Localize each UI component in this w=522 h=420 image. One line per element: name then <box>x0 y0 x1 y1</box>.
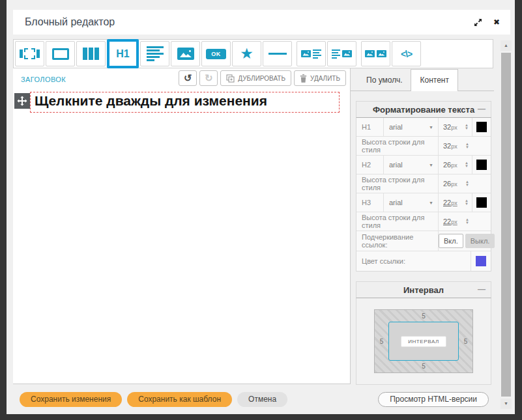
underline-links-label: Подчеркивание ссылок: <box>356 231 439 251</box>
block-type-label: ЗАГОЛОВОК <box>21 76 66 83</box>
text-lines-icon <box>147 46 164 61</box>
block-section-icon <box>20 48 40 59</box>
h3-style-row: H3 arial▼ 22px ▲▼ <box>356 193 491 212</box>
toolbar-heading-h1[interactable]: H1 <box>107 39 139 68</box>
h2-style-row: H2 arial▼ 26px ▲▼ <box>356 156 491 175</box>
chevron-down-icon: ▼ <box>429 201 433 205</box>
h1-tag-label: H1 <box>356 118 384 136</box>
html-code-icon: <\> <box>401 49 412 59</box>
chevron-down-icon: ▼ <box>429 125 433 130</box>
h1-color-cell <box>472 118 491 136</box>
collapse-icon[interactable]: — <box>478 285 486 294</box>
margin-bottom-value[interactable]: 5 <box>375 361 472 372</box>
link-color-label: Цвет ссылки: <box>356 251 471 271</box>
h2-color-swatch[interactable] <box>476 160 487 170</box>
collapse-icon[interactable]: — <box>478 104 486 113</box>
tab-default[interactable]: По умолч. <box>358 70 411 91</box>
margin-top-value[interactable]: 5 <box>375 311 472 322</box>
drag-handle[interactable] <box>14 93 30 109</box>
toolbar-columns[interactable] <box>76 41 106 66</box>
editable-heading[interactable]: Щелкните дважды для изменения <box>30 92 340 113</box>
size-spinner[interactable]: ▲▼ <box>465 199 469 206</box>
h2-lineheight-input[interactable]: 26px ▲▼ <box>439 175 472 193</box>
undo-button[interactable]: ↺ <box>179 70 197 86</box>
duplicate-button[interactable]: ДУБЛИРОВАТЬ <box>220 70 291 86</box>
toolbar-divider[interactable] <box>263 41 292 66</box>
cancel-button[interactable]: Отмена <box>237 392 287 407</box>
size-spinner[interactable]: ▲▼ <box>465 161 469 168</box>
trash-icon <box>300 74 307 83</box>
h1-lineheight-input[interactable]: 32px ▲▼ <box>439 137 472 155</box>
underline-on-button[interactable]: Вкл. <box>439 234 463 248</box>
spacing-section: Интервал — 5 5 ИНТЕРВАЛ 5 5 <box>356 281 491 385</box>
save-as-template-button[interactable]: Сохранить как шаблон <box>127 392 232 407</box>
formatting-section: Форматирование текста — H1 arial▼ 32px ▲… <box>356 101 491 272</box>
toolbar-container[interactable] <box>46 41 75 66</box>
h3-lineheight-input[interactable]: 22px ▲▼ <box>439 212 472 231</box>
h2-tag-label: H2 <box>356 156 384 174</box>
settings-panel: По умолч. Контент Форматирование текста … <box>351 68 494 384</box>
save-changes-button[interactable]: Сохранить изменения <box>20 392 122 407</box>
toolbar-star[interactable]: ★ <box>232 41 261 66</box>
toolbar-two-images[interactable] <box>361 41 390 66</box>
spacing-center-button[interactable]: ИНТЕРВАЛ <box>401 336 446 347</box>
move-icon <box>17 96 27 106</box>
margin-right-value[interactable]: 5 <box>459 338 472 345</box>
titlebar: Блочный редактор ✖ <box>13 10 510 35</box>
heading-block: Щелкните дважды для изменения <box>14 92 340 113</box>
image-icon <box>177 48 194 60</box>
h1-size-input[interactable]: 32px ▲▼ <box>439 118 472 136</box>
h3-color-cell <box>472 193 491 212</box>
toolbar-image[interactable] <box>171 41 200 66</box>
duplicate-icon <box>226 74 235 83</box>
undo-icon: ↺ <box>184 72 192 84</box>
link-color-row: Цвет ссылки: <box>356 251 491 271</box>
delete-button[interactable]: УДАЛИТЬ <box>294 70 346 86</box>
h3-size-input[interactable]: 22px ▲▼ <box>439 193 472 212</box>
size-spinner[interactable]: ▲▼ <box>465 124 469 130</box>
toolbar-button[interactable]: OK <box>201 41 231 66</box>
expand-icon[interactable] <box>474 18 482 27</box>
h1-color-swatch[interactable] <box>476 122 487 132</box>
h3-color-swatch[interactable] <box>476 197 487 208</box>
padding-box: ИНТЕРВАЛ <box>388 322 459 361</box>
toolbar-text[interactable] <box>140 41 169 66</box>
redo-button[interactable]: ↻ <box>199 70 218 86</box>
text-image-icon <box>332 49 352 59</box>
size-spinner[interactable]: ▲▼ <box>465 218 469 225</box>
scrollbar-thumb[interactable] <box>501 53 511 397</box>
tab-content[interactable]: Контент <box>411 69 457 91</box>
container-icon <box>52 48 69 60</box>
preview-html-button[interactable]: Просмотр HTML-версии <box>378 392 489 407</box>
modal-footer: Сохранить изменения Сохранить как шаблон… <box>7 384 515 414</box>
toolbar-text-image[interactable] <box>327 41 356 66</box>
size-spinner[interactable]: ▲▼ <box>465 143 469 149</box>
h1-font-select[interactable]: arial▼ <box>384 118 439 136</box>
margin-left-value[interactable]: 5 <box>375 338 388 345</box>
formatting-section-title: Форматирование текста <box>373 105 474 115</box>
image-text-icon <box>301 49 321 59</box>
h3-font-select[interactable]: arial▼ <box>384 193 439 212</box>
spacing-section-title: Интервал <box>403 285 444 295</box>
h2-size-input[interactable]: 26px ▲▼ <box>439 156 472 174</box>
toolbar-image-text[interactable] <box>297 41 326 66</box>
h1-style-row: H1 arial▼ 32px ▲▼ <box>356 118 491 137</box>
heading-text: Щелкните дважды для изменения <box>35 92 335 109</box>
link-color-swatch[interactable] <box>476 256 486 266</box>
vertical-scrollbar[interactable]: ▲ ▼ <box>500 40 512 409</box>
toolbar-block-section[interactable] <box>15 41 44 66</box>
modal-title: Блочный редактор <box>25 16 115 28</box>
lineheight-label: Высота строки для стиля <box>356 212 439 231</box>
toolbar-html-code[interactable]: <\> <box>392 41 421 66</box>
margin-visualizer: 5 5 ИНТЕРВАЛ 5 5 <box>374 309 473 373</box>
underline-off-button[interactable]: Выкл. <box>465 234 495 248</box>
h2-font-select[interactable]: arial▼ <box>384 156 439 174</box>
h3-lineheight-row: Высота строки для стиля 22px ▲▼ <box>356 212 491 231</box>
columns-icon <box>83 48 99 60</box>
editor-canvas: ЗАГОЛОВОК ↺ ↻ ДУБЛИРОВАТЬ УДАЛИТЬ Щелкни… <box>13 68 351 384</box>
scroll-up-icon[interactable]: ▲ <box>500 40 512 51</box>
size-spinner[interactable]: ▲▼ <box>465 180 469 187</box>
underline-links-row: Подчеркивание ссылок: Вкл. Выкл. <box>356 231 491 251</box>
lineheight-label: Высота строки для стиля <box>356 175 439 193</box>
close-icon[interactable]: ✖ <box>493 18 500 26</box>
